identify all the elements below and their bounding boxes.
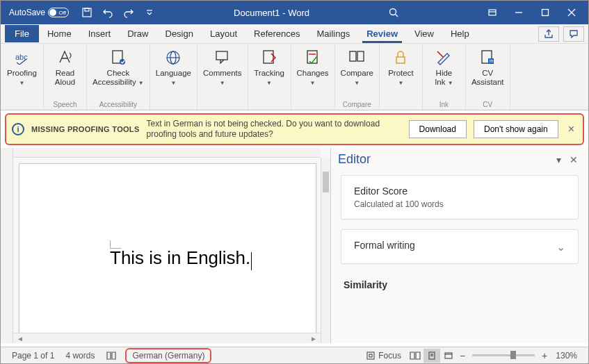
tab-file[interactable]: File	[5, 25, 39, 42]
tracking-icon	[259, 48, 279, 67]
tab-design[interactable]: Design	[157, 25, 202, 42]
zoom-level[interactable]: 130%	[550, 351, 583, 361]
group-label: CV Assistant	[471, 69, 504, 87]
document-area: This is in English. ◄ ►	[1, 148, 331, 343]
close-icon[interactable]: ×	[565, 123, 577, 135]
print-layout-button[interactable]	[423, 349, 440, 363]
tab-mailings[interactable]: Mailings	[309, 25, 359, 42]
zoom-out-button[interactable]: −	[457, 350, 468, 361]
accessibility-icon	[108, 48, 128, 67]
comments-icon	[213, 48, 232, 67]
ink-group[interactable]: Hide Ink ▼ Ink	[423, 44, 466, 110]
zoom-slider[interactable]	[472, 354, 535, 356]
group-caption: Speech	[49, 99, 81, 110]
language-status[interactable]: German (Germany)	[125, 348, 211, 363]
toggle-off-icon: Off	[48, 8, 69, 17]
save-button[interactable]	[77, 3, 97, 22]
tab-layout[interactable]: Layout	[202, 25, 245, 42]
dont-show-again-button[interactable]: Don't show again	[474, 120, 558, 138]
scroll-left-icon[interactable]: ◄	[15, 335, 26, 342]
svg-rect-33	[445, 353, 452, 358]
svg-rect-5	[489, 10, 496, 15]
group-caption: CV	[471, 99, 504, 110]
download-button[interactable]: Download	[409, 120, 467, 138]
redo-button[interactable]	[119, 3, 138, 22]
svg-line-4	[396, 15, 398, 17]
scroll-right-icon[interactable]: ►	[308, 335, 319, 342]
group-caption: Accessibility	[92, 99, 144, 110]
chevron-down-icon: ▼	[170, 80, 176, 86]
chevron-down-icon: ▼	[310, 80, 316, 86]
formal-writing-card[interactable]: Formal writing ⌄	[341, 229, 579, 264]
info-icon: i	[12, 123, 24, 135]
tab-view[interactable]: View	[406, 25, 442, 42]
autosave-toggle[interactable]: AutoSave Off	[5, 8, 73, 17]
focus-mode-button[interactable]: Focus	[360, 351, 407, 361]
ribbon-display-button[interactable]	[480, 3, 505, 22]
document-text: This is in English.	[110, 247, 250, 268]
tab-insert[interactable]: Insert	[80, 25, 120, 42]
editor-score-sub: Calculated at 100 words	[354, 199, 565, 209]
share-button[interactable]	[538, 26, 559, 42]
language-icon	[163, 48, 183, 67]
editor-pane-title: Editor	[338, 152, 551, 167]
close-button[interactable]	[559, 3, 584, 22]
svg-line-24	[437, 51, 443, 57]
group-label: Protect	[388, 69, 413, 78]
pane-close-button[interactable]: ✕	[566, 154, 581, 165]
svg-rect-28	[367, 352, 374, 359]
tab-home[interactable]: Home	[39, 25, 80, 42]
svg-rect-23	[396, 57, 405, 63]
undo-button[interactable]	[98, 3, 118, 22]
horizontal-ruler[interactable]	[13, 148, 321, 158]
comments-button[interactable]	[563, 26, 584, 42]
status-bar: Page 1 of 1 4 words German (Germany) Foc…	[1, 347, 588, 363]
document-page[interactable]: This is in English.	[19, 163, 316, 338]
word-count-status[interactable]: 4 words	[60, 351, 100, 361]
svg-rect-8	[542, 10, 549, 16]
proofing-group[interactable]: abc Proofing ▼	[1, 44, 44, 110]
accessibility-group[interactable]: Check Accessibility ▼ Accessibility	[87, 44, 150, 110]
tab-draw[interactable]: Draw	[119, 25, 156, 42]
svg-rect-17	[216, 51, 227, 60]
editor-pane: Editor ▾ ✕ Editor Score Calculated at 10…	[331, 148, 588, 343]
cv-assistant-group[interactable]: in CV Assistant CV	[466, 44, 510, 110]
read-mode-button[interactable]	[407, 349, 423, 363]
read-aloud-group[interactable]: Read Aloud Speech	[44, 44, 87, 110]
compare-group[interactable]: Compare ▼ Compare	[335, 44, 380, 110]
document-title: Document1 - Word	[159, 8, 384, 18]
spellcheck-status[interactable]	[100, 351, 122, 361]
compare-icon	[347, 48, 366, 67]
language-group[interactable]: Language ▼	[150, 44, 197, 110]
group-label: Changes	[297, 69, 329, 78]
qat-customize-button[interactable]	[140, 3, 159, 22]
pane-options-button[interactable]: ▾	[551, 154, 566, 165]
tab-help[interactable]: Help	[442, 25, 478, 42]
web-layout-button[interactable]	[440, 349, 457, 363]
group-label: Proofing	[7, 69, 37, 78]
changes-icon	[303, 48, 323, 67]
page-number-status[interactable]: Page 1 of 1	[6, 351, 60, 361]
svg-rect-21	[350, 51, 356, 61]
protect-group[interactable]: Protect ▼	[380, 44, 423, 110]
group-label: Comments	[203, 69, 242, 78]
editor-score-card[interactable]: Editor Score Calculated at 100 words	[341, 175, 579, 220]
tab-references[interactable]: References	[245, 25, 308, 42]
search-button[interactable]	[384, 3, 403, 22]
tracking-group[interactable]: Tracking ▼	[248, 44, 291, 110]
horizontal-scrollbar[interactable]: ◄ ►	[13, 333, 321, 343]
zoom-in-button[interactable]: +	[539, 350, 550, 361]
group-caption: Ink	[428, 99, 460, 110]
msgbar-text: Text in German is not being checked. Do …	[147, 119, 402, 140]
vertical-scrollbar[interactable]	[321, 158, 330, 343]
vertical-ruler[interactable]	[1, 148, 13, 343]
changes-group[interactable]: Changes ▼	[291, 44, 335, 110]
read-aloud-icon	[55, 48, 74, 67]
comments-group[interactable]: Comments ▼	[197, 44, 248, 110]
group-caption: Compare	[341, 99, 373, 110]
spelling-icon: abc	[13, 48, 32, 67]
tab-review[interactable]: Review	[358, 25, 406, 42]
chevron-down-icon: ⌄	[556, 240, 565, 254]
maximize-button[interactable]	[533, 3, 558, 22]
minimize-button[interactable]	[506, 3, 531, 22]
